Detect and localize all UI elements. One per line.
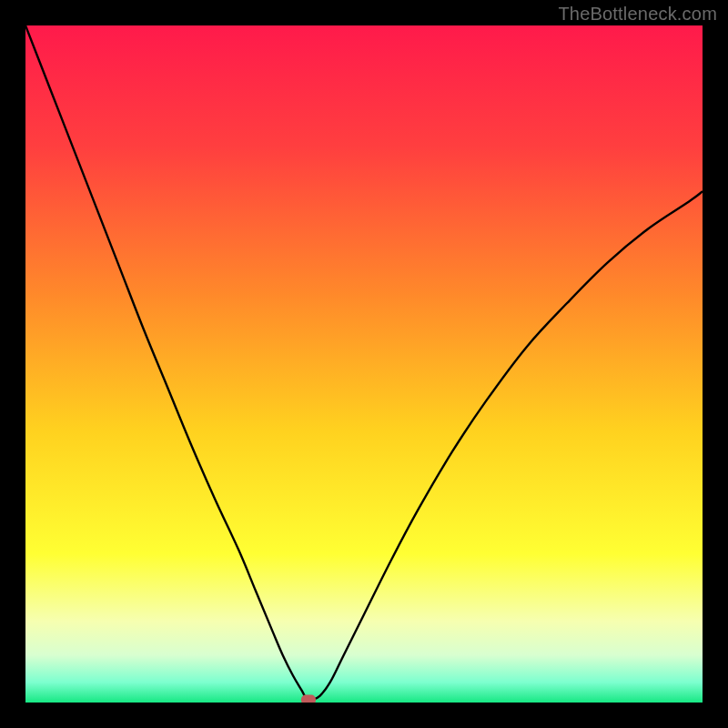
bottleneck-chart	[25, 25, 703, 703]
watermark-text: TheBottleneck.com	[558, 4, 717, 25]
plot-area	[25, 25, 703, 703]
chart-frame: TheBottleneck.com	[0, 0, 728, 728]
gradient-background	[25, 25, 703, 703]
optimal-marker	[301, 695, 316, 703]
